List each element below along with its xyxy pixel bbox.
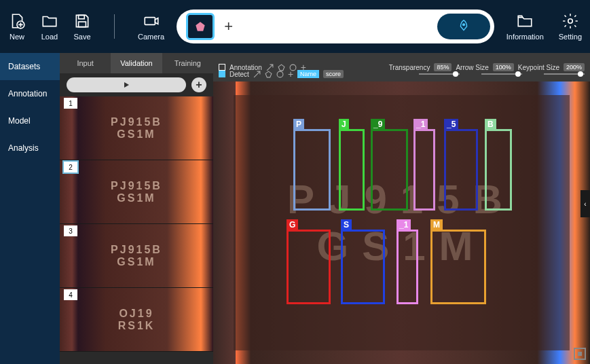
transparency-slider[interactable]: [419, 73, 460, 75]
svg-rect-3: [145, 18, 155, 25]
detection-label: _1: [397, 219, 411, 230]
svg-rect-1: [79, 15, 85, 18]
top-toolbar: New Load Save Camera + Information: [0, 0, 590, 53]
arrow-slider[interactable]: [481, 73, 522, 75]
thumb-image: PJ915BGS1M: [60, 160, 213, 223]
dataset-tabs: Input Validation Training: [60, 53, 213, 73]
collapse-panel-button[interactable]: ‹: [580, 190, 590, 217]
thumb-number: 4: [64, 289, 77, 300]
detection-label: _1: [413, 119, 428, 130]
nav-annotation[interactable]: Annotation: [0, 80, 60, 107]
tab-input[interactable]: Input: [60, 53, 111, 73]
svg-marker-4: [196, 22, 204, 31]
detection-label: J: [339, 119, 349, 130]
model-slot[interactable]: [186, 13, 215, 40]
thumbnail-2[interactable]: 2PJ915BGS1M: [60, 160, 213, 224]
detection-label: S: [341, 219, 352, 230]
divider: [114, 14, 115, 39]
new-button[interactable]: New: [8, 12, 26, 41]
dataset-panel: Input Validation Training + 1PJ915BGS1M2…: [60, 53, 213, 364]
save-icon: [73, 12, 91, 30]
detection-box-S[interactable]: S: [341, 230, 385, 304]
detection-box-_1[interactable]: _1: [413, 129, 435, 211]
setting-button[interactable]: Setting: [559, 12, 582, 41]
play-button[interactable]: [67, 77, 186, 92]
detect-label: Detect: [229, 71, 249, 78]
thumb-image: PJ915BGS1M: [60, 224, 213, 287]
fit-view-button[interactable]: [574, 348, 586, 360]
detection-box-P[interactable]: P: [293, 129, 331, 211]
add-detect-icon[interactable]: +: [288, 69, 293, 79]
detection-box-J[interactable]: J: [339, 129, 365, 211]
camera-icon: [143, 12, 160, 30]
svg-rect-2: [79, 22, 86, 27]
folder-icon: [41, 12, 58, 30]
rocket-icon: [456, 19, 471, 34]
pentagon-tool-icon-2[interactable]: [265, 71, 272, 78]
detection-label: _9: [371, 119, 385, 130]
load-label: Load: [41, 33, 58, 41]
tab-training[interactable]: Training: [162, 53, 213, 73]
detection-label: M: [430, 219, 443, 230]
detection-label: B: [485, 119, 496, 130]
save-label: Save: [73, 33, 90, 41]
thumbnail-list[interactable]: 1PJ915BGS1M2PJ915BGS1M3PJ915BGS1M4OJ19RS…: [60, 96, 213, 364]
score-tag[interactable]: score: [323, 70, 344, 78]
load-button[interactable]: Load: [41, 12, 58, 41]
thumbnail-4[interactable]: 4OJ19RS1K: [60, 288, 213, 352]
folder-info-icon: [516, 12, 534, 30]
detection-box-G[interactable]: G: [287, 230, 331, 304]
detection-box-_9[interactable]: _9: [371, 129, 408, 211]
svg-point-11: [277, 71, 283, 77]
thumb-image: OJ19RS1K: [60, 288, 213, 351]
thumb-number: 1: [64, 98, 77, 109]
nav-analysis[interactable]: Analysis: [0, 134, 60, 162]
detection-label: P: [293, 119, 304, 130]
nav-datasets[interactable]: Datasets: [0, 53, 60, 80]
setting-label: Setting: [559, 33, 582, 41]
thumbnail-3[interactable]: 3PJ915BGS1M: [60, 224, 213, 288]
information-button[interactable]: Information: [506, 12, 544, 41]
nav-model[interactable]: Model: [0, 107, 60, 134]
gear-icon: [561, 12, 579, 30]
play-icon: [123, 81, 130, 88]
pentagon-icon: [193, 20, 207, 33]
svg-point-6: [568, 19, 573, 24]
thumbnail-1[interactable]: 1PJ915BGS1M: [60, 96, 213, 160]
detection-box-_1[interactable]: _1: [397, 230, 418, 304]
new-label: New: [10, 33, 24, 41]
svg-marker-7: [124, 82, 129, 88]
save-button[interactable]: Save: [73, 12, 91, 41]
model-pill: +: [177, 10, 494, 43]
canvas-area: Annotation + Transparency 85% Arrow Size…: [213, 53, 590, 364]
detection-label: G: [287, 219, 298, 230]
detect-checkbox[interactable]: [219, 71, 225, 77]
add-model-button[interactable]: +: [224, 18, 233, 35]
image-viewport[interactable]: PJ915B GS1M PJ_9_1_5BGS_1M: [213, 81, 590, 364]
play-row: +: [60, 73, 213, 96]
tab-validation[interactable]: Validation: [111, 53, 162, 73]
add-image-button[interactable]: +: [191, 77, 206, 92]
keypoint-slider[interactable]: [544, 73, 585, 75]
svg-point-5: [462, 24, 464, 26]
file-new-icon: [8, 12, 26, 30]
detection-box-B[interactable]: B: [485, 129, 512, 211]
detection-box-_5[interactable]: _5: [444, 129, 478, 211]
arrow-icon-2[interactable]: [253, 71, 261, 78]
svg-marker-10: [265, 71, 272, 77]
thumb-number: 3: [64, 225, 77, 236]
thumb-number: 2: [64, 162, 77, 172]
camera-label: Camera: [138, 33, 164, 41]
name-tag[interactable]: Name: [297, 70, 319, 78]
left-nav: Datasets Annotation Model Analysis: [0, 53, 60, 364]
camera-button[interactable]: Camera: [138, 12, 164, 41]
detection-label: _5: [444, 119, 458, 130]
detection-box-M[interactable]: M: [430, 230, 486, 304]
canvas-toolbar: Annotation + Transparency 85% Arrow Size…: [213, 53, 590, 81]
information-label: Information: [506, 33, 544, 41]
circle-tool-icon-2[interactable]: [276, 71, 284, 78]
launch-button[interactable]: [437, 14, 490, 39]
thumb-image: PJ915BGS1M: [60, 96, 213, 160]
